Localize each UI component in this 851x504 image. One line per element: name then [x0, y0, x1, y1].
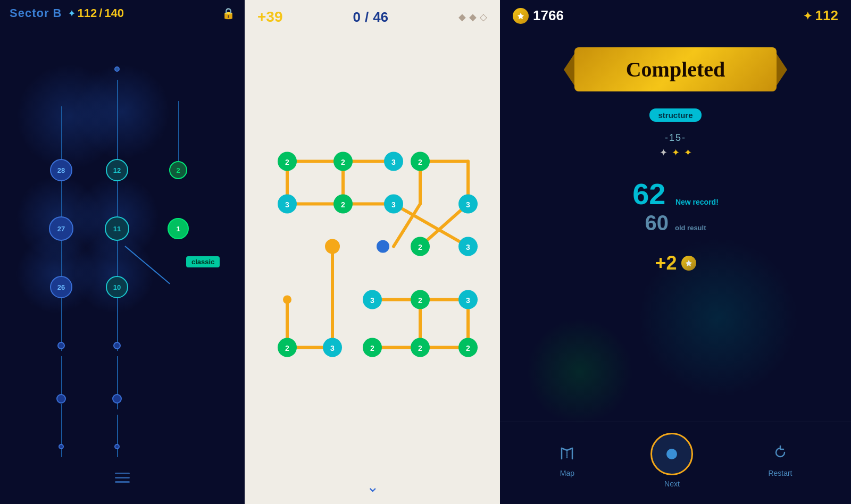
svg-text:3: 3: [370, 296, 374, 305]
coins-display: 1766: [513, 7, 564, 24]
svg-point-22: [325, 239, 340, 254]
old-result-number: 60: [645, 211, 669, 235]
connector-v-5: [61, 356, 62, 399]
stars-display: ✦ 112: [803, 7, 838, 24]
svg-text:3: 3: [391, 200, 396, 209]
map-dot-4: [112, 394, 122, 404]
nav-restart[interactable]: Restart: [768, 444, 792, 477]
right-stars-value: 112: [815, 7, 838, 24]
score-detail: -15- ✦ ✦ ✦: [660, 132, 692, 162]
star-ind-3: ◇: [480, 11, 487, 23]
map-node-28[interactable]: 28: [50, 159, 72, 181]
svg-text:2: 2: [341, 200, 345, 209]
star-ind-2: ◆: [469, 11, 477, 23]
svg-text:2: 2: [466, 344, 470, 352]
classic-tag: classic: [186, 256, 220, 267]
svg-text:2: 2: [418, 296, 422, 305]
nav-next-label: Next: [664, 480, 680, 488]
star-row: ✦ ✦ ✦: [660, 147, 692, 158]
old-result-label: old result: [675, 224, 706, 232]
structure-badge: structure: [649, 108, 701, 122]
map-icon: [558, 444, 575, 465]
new-record-number: 62: [632, 177, 665, 211]
banner-background: Completed: [574, 47, 777, 91]
star-count: ✦ 112/140: [68, 6, 124, 20]
map-node-26[interactable]: 26: [50, 276, 72, 298]
map-node-2[interactable]: 2: [169, 161, 187, 179]
lock-icon: 🔒: [222, 7, 235, 20]
svg-marker-62: [686, 260, 692, 266]
hamburger-menu[interactable]: [115, 473, 130, 483]
bonus-row: +2: [655, 252, 696, 274]
map-dot-top: [114, 66, 120, 72]
map-node-27[interactable]: 27: [49, 216, 73, 241]
left-header: Sector B ✦ 112/140 🔒: [0, 0, 245, 27]
svg-line-9: [394, 204, 468, 247]
svg-text:3: 3: [466, 296, 470, 305]
svg-line-11: [420, 204, 468, 247]
progress-display: 0 / 46: [353, 9, 388, 26]
completed-title: Completed: [626, 57, 725, 81]
middle-header: +39 0 / 46 ◆ ◆ ◇: [245, 0, 500, 34]
middle-footer: ⌄: [245, 469, 500, 504]
connector-v-1: [61, 106, 62, 159]
star-ind-1: ◆: [458, 11, 466, 23]
score-number: -15-: [660, 132, 692, 144]
star-icon: ✦: [68, 9, 75, 19]
progress-max: 46: [373, 9, 388, 26]
nav-next[interactable]: Next: [650, 433, 693, 488]
map-node-11[interactable]: 11: [105, 216, 129, 241]
progress-current: 0: [353, 9, 360, 26]
map-node-10[interactable]: 10: [106, 276, 128, 298]
next-button-dot: [666, 449, 677, 459]
right-star-icon: ✦: [803, 10, 812, 22]
chevron-down-icon[interactable]: ⌄: [366, 478, 379, 495]
connector-v-6: [61, 404, 62, 457]
sector-title: Sector B: [10, 6, 62, 20]
score-star-2: ✦: [672, 147, 680, 158]
connector-v-7: [117, 80, 118, 159]
score-plus: +39: [257, 9, 283, 26]
score-star-3: ✦: [684, 147, 692, 158]
map-node-1[interactable]: 1: [168, 218, 189, 239]
new-record-label: New record!: [675, 198, 719, 206]
svg-text:2: 2: [341, 158, 345, 166]
middle-panel: +39 0 / 46 ◆ ◆ ◇: [245, 0, 500, 504]
nav-map[interactable]: Map: [558, 444, 575, 477]
record-section: 62 New record! 60 old result: [632, 177, 719, 235]
content-area: Completed structure -15- ✦ ✦ ✦ 62 New re…: [500, 31, 851, 422]
connector-v-12: [117, 415, 118, 457]
svg-point-23: [283, 296, 291, 304]
star-max: 140: [104, 6, 124, 20]
nav-restart-label: Restart: [768, 469, 792, 477]
svg-text:3: 3: [391, 158, 396, 166]
svg-text:3: 3: [285, 200, 289, 209]
bottom-nav: Map Next Restart: [500, 422, 851, 504]
star-current: 112: [77, 6, 97, 20]
svg-text:2: 2: [285, 158, 289, 166]
map-dot-5: [59, 444, 64, 449]
map-container: 28 12 2 27 11 1 26 10: [0, 27, 245, 494]
bonus-plus: +2: [655, 252, 677, 274]
right-panel: 1766 ✦ 112 Completed structure -15- ✦ ✦ …: [500, 0, 851, 504]
svg-text:3: 3: [466, 243, 470, 251]
connector-diag-1: [124, 246, 170, 284]
left-panel: Sector B ✦ 112/140 🔒 28: [0, 0, 245, 504]
score-star-1: ✦: [660, 147, 668, 158]
next-button-circle[interactable]: [650, 433, 693, 475]
nav-map-label: Map: [560, 469, 574, 477]
restart-icon: [772, 444, 789, 465]
map-dot-6: [114, 444, 120, 449]
map-node-12[interactable]: 12: [106, 159, 128, 181]
map-dot-1: [57, 342, 65, 349]
svg-text:2: 2: [370, 344, 374, 352]
svg-text:3: 3: [466, 200, 470, 209]
svg-line-65: [567, 448, 572, 450]
svg-text:2: 2: [418, 158, 422, 166]
svg-text:2: 2: [418, 344, 422, 352]
connector-v-13: [178, 101, 179, 165]
old-result-row: 60 old result: [632, 211, 719, 235]
coins-value: 1766: [533, 7, 564, 24]
completed-banner: Completed: [574, 47, 777, 91]
coin-icon: [513, 8, 529, 24]
